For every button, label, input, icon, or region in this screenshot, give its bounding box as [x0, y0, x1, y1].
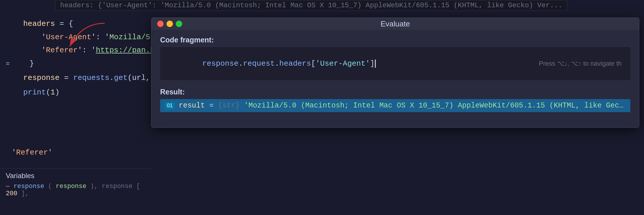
result-label: Result:: [160, 88, 630, 96]
fragment-code: response.request.headers['User-Agent']: [166, 59, 376, 77]
traffic-lights: [157, 21, 182, 27]
dialog-body: Code fragment: response.request.headers[…: [151, 30, 639, 128]
press-hint: Press ⌥↓, ⌥↑ to navigate th: [539, 60, 622, 67]
evaluate-dialog: Evaluate Code fragment: response.request…: [151, 17, 639, 128]
result-row: 01 result = {str} 'Mozilla/5.0 (Macintos…: [160, 99, 630, 112]
minimize-button[interactable]: [167, 21, 173, 27]
dialog-title: Evaluate: [380, 19, 410, 28]
code-fragment-area[interactable]: response.request.headers['User-Agent'] P…: [160, 47, 630, 80]
close-button[interactable]: [157, 21, 164, 27]
maximize-button[interactable]: [176, 21, 182, 27]
result-type-icon: 01: [165, 102, 175, 109]
result-value: result = {str} 'Mozilla/5.0 (Macintosh; …: [179, 101, 626, 110]
text-cursor: [375, 60, 376, 68]
variables-title: Variables: [6, 172, 145, 180]
breakpoint-indicator: =: [6, 59, 10, 69]
variables-panel: Variables — response ( response ), respo…: [0, 169, 151, 215]
variable-item: — response ( response ), response [ 200 …: [6, 182, 145, 198]
referer-label: 'Referer': [12, 148, 52, 157]
dialog-titlebar: Evaluate: [151, 18, 639, 30]
code-fragment-label: Code fragment:: [160, 36, 630, 44]
result-section: Result: 01 result = {str} 'Mozilla/5.0 (…: [160, 88, 630, 112]
hover-tooltip: headers: {'User-Agent': 'Mozilla/5.0 (Ma…: [55, 0, 567, 11]
